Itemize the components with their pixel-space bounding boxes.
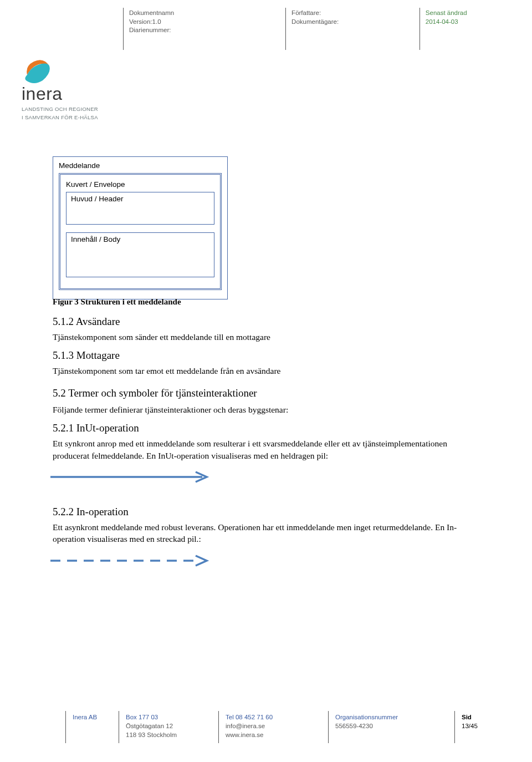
- page-footer: Inera AB Box 177 03 Östgötagatan 12 118 …: [65, 711, 510, 743]
- footer-city: 118 93 Stockholm: [126, 730, 213, 739]
- box-huvud: Huvud / Header: [66, 192, 214, 225]
- meta-col-doc: Dokumentnamn Version:1.0 Diarienummer:: [123, 8, 285, 50]
- meta-senast-andrad-label: Senast ändrad: [426, 9, 511, 18]
- label-kuvert: Kuvert / Envelope: [66, 180, 214, 189]
- meta-col-changed: Senast ändrad 2014-04-03: [420, 8, 515, 50]
- box-innehall: Innehåll / Body: [66, 232, 214, 277]
- heading-5-1-2: 5.1.2 Avsändare: [53, 316, 484, 328]
- label-innehall: Innehåll / Body: [71, 235, 209, 243]
- footer-orgnr-value: 556559-4230: [335, 722, 449, 730]
- footer-page-number: 13/45: [462, 722, 504, 730]
- footer-street: Östgötagatan 12: [126, 722, 213, 730]
- logo-tagline-2: I SAMVERKAN FÖR E-HÄLSA: [22, 114, 110, 121]
- meta-col-author: Författare: Dokumentägare:: [285, 8, 420, 50]
- footer-email: info@inera.se: [226, 722, 323, 730]
- dashed-arrow-icon: [49, 554, 210, 567]
- para-5-2-2: Ett asynkront meddelande med robust leve…: [53, 521, 484, 545]
- footer-phone: Tel 08 452 71 60: [226, 713, 323, 722]
- box-kuvert: Kuvert / Envelope Huvud / Header Innehål…: [59, 173, 222, 290]
- logo: inera LANDSTING OCH REGIONER I SAMVERKAN…: [22, 58, 110, 121]
- meta-dokumentagare: Dokumentägare:: [291, 18, 415, 27]
- footer-web: www.inera.se: [226, 730, 323, 739]
- meta-diarienummer: Diarienummer:: [129, 26, 281, 35]
- solid-arrow-icon: [49, 470, 210, 484]
- figure-caption: Figur 3 Strukturen i ett meddelande: [53, 297, 484, 307]
- meta-dokumentnamn: Dokumentnamn: [129, 9, 281, 18]
- logo-mark-icon: [22, 58, 53, 85]
- label-meddelande: Meddelande: [59, 161, 222, 170]
- footer-orgnr: Organisationsnummer 556559-4230: [328, 711, 454, 743]
- logo-wordmark: inera: [22, 84, 110, 104]
- meta-forfattare: Författare:: [291, 9, 415, 18]
- meta-senast-andrad-date: 2014-04-03: [426, 18, 511, 27]
- footer-address: Box 177 03 Östgötagatan 12 118 93 Stockh…: [119, 711, 218, 743]
- heading-5-1-3: 5.1.3 Mottagare: [53, 349, 484, 362]
- box-meddelande: Meddelande Kuvert / Envelope Huvud / Hea…: [53, 156, 228, 299]
- heading-5-2: 5.2 Termer och symboler för tjänsteinter…: [53, 387, 484, 399]
- doc-metadata: Dokumentnamn Version:1.0 Diarienummer: F…: [123, 8, 515, 50]
- footer-orgnr-label: Organisationsnummer: [335, 713, 449, 722]
- footer-company-name: Inera AB: [73, 713, 113, 722]
- footer-company: Inera AB: [65, 711, 119, 743]
- footer-page-label: Sid: [462, 713, 504, 722]
- meta-version: Version:1.0: [129, 18, 281, 27]
- para-5-2: Följande termer definierar tjänsteintera…: [53, 404, 484, 415]
- message-structure-diagram: Meddelande Kuvert / Envelope Huvud / Hea…: [53, 156, 228, 299]
- heading-5-2-2: 5.2.2 In-operation: [53, 506, 484, 518]
- para-5-2-1: Ett synkront anrop med ett inmeddelande …: [53, 438, 484, 461]
- footer-box: Box 177 03: [126, 713, 213, 722]
- para-5-1-2: Tjänstekomponent som sänder ett meddelan…: [53, 331, 484, 343]
- para-5-1-3: Tjänstekomponent som tar emot ett meddel…: [53, 365, 484, 377]
- footer-page: Sid 13/45: [454, 711, 510, 743]
- label-huvud: Huvud / Header: [71, 195, 209, 203]
- logo-tagline-1: LANDSTING OCH REGIONER: [22, 106, 110, 113]
- footer-contact: Tel 08 452 71 60 info@inera.se www.inera…: [218, 711, 328, 743]
- heading-5-2-1: 5.2.1 InUt-operation: [53, 422, 484, 434]
- document-body: Figur 3 Strukturen i ett meddelande 5.1.…: [53, 293, 484, 583]
